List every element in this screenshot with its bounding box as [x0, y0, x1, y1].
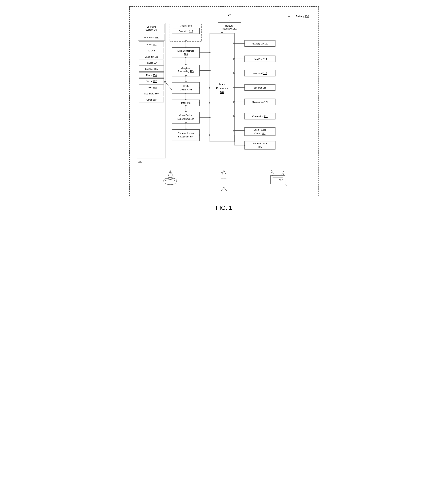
svg-text:Other Device: Other Device	[179, 114, 192, 117]
svg-text:105: 105	[258, 146, 262, 148]
outer-diagram-box: V+ ↓ Battery Interface 132 ← Battery 130	[129, 6, 319, 196]
svg-text:WLAN Comm: WLAN Comm	[253, 142, 267, 145]
svg-line-111	[272, 170, 275, 176]
svg-text:Programs 150: Programs 150	[144, 36, 158, 39]
bottom-illustrations: ((·))	[136, 170, 312, 191]
svg-rect-39	[172, 82, 199, 94]
svg-line-118	[272, 173, 273, 176]
svg-line-119	[283, 173, 284, 176]
svg-text:Subsystem 104: Subsystem 104	[178, 135, 194, 138]
svg-text:Subsystems 124: Subsystems 124	[177, 118, 194, 120]
svg-line-121	[285, 184, 287, 186]
svg-line-120	[268, 184, 270, 186]
svg-text:Graphics: Graphics	[181, 67, 190, 70]
svg-text:Processing 125: Processing 125	[178, 70, 194, 72]
svg-rect-31	[172, 48, 199, 58]
svg-text:Display Interface: Display Interface	[177, 49, 194, 52]
svg-rect-51	[172, 129, 199, 141]
svg-text:Reader 154: Reader 154	[145, 62, 157, 64]
svg-text:Media 156: Media 156	[146, 74, 157, 77]
svg-text:Short-Range: Short-Range	[253, 129, 266, 131]
svg-text:Email 151: Email 151	[146, 43, 157, 46]
svg-line-106	[224, 187, 227, 191]
svg-text:Memory 108: Memory 108	[180, 88, 192, 91]
svg-text:Orientation 111: Orientation 111	[252, 115, 268, 118]
svg-text:Browser 155: Browser 155	[145, 68, 157, 70]
svg-text:IM 152: IM 152	[148, 49, 155, 52]
svg-rect-100	[164, 181, 176, 183]
svg-line-105	[221, 187, 224, 191]
svg-text:Microphone 120: Microphone 120	[252, 101, 268, 103]
svg-text:App Store 159: App Store 159	[144, 92, 158, 95]
figure-caption: FIG. 1	[129, 204, 319, 211]
svg-text:Operating: Operating	[146, 25, 156, 28]
svg-text:102: 102	[220, 91, 224, 94]
svg-text:Calendar 153: Calendar 153	[145, 55, 158, 58]
svg-text:Other 160: Other 160	[146, 98, 157, 101]
svg-text:Keyboard 116: Keyboard 116	[253, 72, 267, 75]
svg-text:Comm 122: Comm 122	[254, 132, 265, 135]
svg-text:RAM 106: RAM 106	[181, 102, 190, 104]
svg-text:Speaker 118: Speaker 118	[253, 86, 266, 89]
svg-text:Flash: Flash	[183, 85, 188, 87]
svg-text:Main: Main	[219, 83, 225, 86]
svg-text:Communication: Communication	[178, 132, 194, 134]
svg-text:Controller 113: Controller 113	[179, 30, 193, 32]
svg-text:100: 100	[138, 160, 142, 163]
svg-text:Display 110: Display 110	[180, 25, 192, 27]
svg-text:Auxiliary I/O 112: Auxiliary I/O 112	[251, 42, 268, 45]
svg-text:System 140: System 140	[145, 29, 157, 31]
svg-text:Processor: Processor	[216, 87, 228, 90]
router-illustration	[267, 170, 288, 187]
svg-line-113	[281, 170, 284, 176]
svg-text:103: 103	[184, 53, 188, 55]
antenna-illustration: ((·))	[215, 170, 232, 191]
svg-rect-114	[270, 176, 285, 184]
svg-text:Data Port 114: Data Port 114	[253, 58, 267, 60]
svg-line-93	[168, 170, 170, 177]
battery-box: Battery 130	[293, 13, 312, 20]
svg-text:Social 157: Social 157	[146, 80, 157, 83]
vplus-label: V+	[227, 13, 231, 16]
cloud-illustration	[160, 170, 181, 185]
page-wrapper: V+ ↓ Battery Interface 132 ← Battery 130	[129, 6, 319, 211]
svg-text:Ticker 158: Ticker 158	[146, 86, 157, 89]
